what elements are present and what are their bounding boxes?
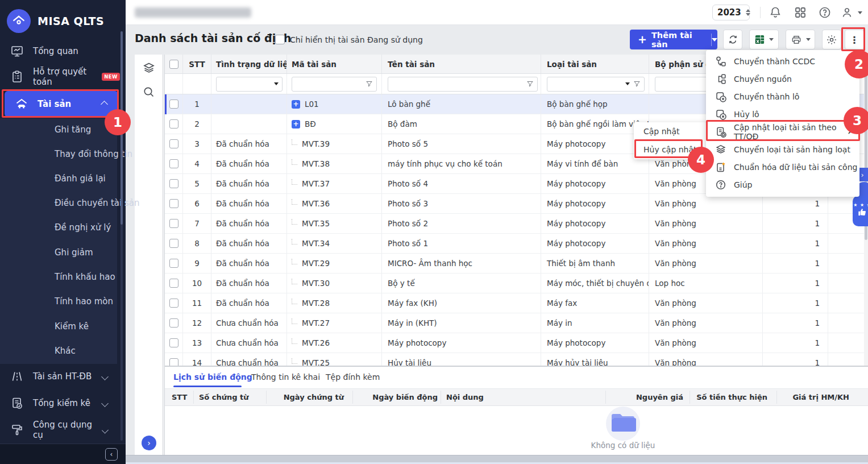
- clipboard-icon: [10, 70, 24, 84]
- funnel-icon: [633, 80, 641, 88]
- table-row[interactable]: 12Chưa chuẩn hóa MVT.27 Máy in (KHT)Máy …: [165, 313, 868, 333]
- col-stt[interactable]: STT: [183, 55, 211, 73]
- sidebar-subitem-de-nghi-xu-ly[interactable]: Đề nghị xử lý: [55, 219, 111, 236]
- print-button[interactable]: [786, 30, 815, 49]
- table-row[interactable]: 14Chưa chuẩn hóa MVT.25 Hủy tài liệuMáy …: [165, 353, 868, 367]
- layers-icon: [715, 144, 726, 155]
- menu-item-chuyen-thanh-lo[interactable]: Chuyển thành lô: [706, 88, 859, 105]
- export-excel-button[interactable]: [749, 30, 779, 49]
- sidebar-item-tai-san[interactable]: Tài sản: [5, 91, 118, 117]
- sidebar-subitem-khac[interactable]: Khác: [55, 342, 76, 359]
- tree-branch-icon: [292, 318, 297, 324]
- menu-item-giup[interactable]: Giúp: [706, 176, 859, 193]
- row-checkbox[interactable]: [169, 338, 178, 347]
- menu-item-chuyen-thanh-ccdc[interactable]: Chuyển thành CCDC: [706, 52, 859, 70]
- settings-button[interactable]: [822, 30, 841, 49]
- sidebar-subitem-tinh-khau-hao[interactable]: Tính khấu hao: [55, 268, 115, 285]
- chevron-down-icon: [769, 38, 774, 41]
- table-row[interactable]: 9Đã chuẩn hóa MVT.29 MICRO- Âm thanh học…: [165, 254, 868, 274]
- layers-icon[interactable]: [142, 61, 156, 75]
- type-filter-select[interactable]: [547, 77, 645, 92]
- menu-item-cap-nhat-loai-tai-san[interactable]: Cập nhật loại tài sản theo TT/QĐ ›: [706, 123, 859, 140]
- tab-lich-su-bien-dong[interactable]: Lịch sử biến động: [173, 372, 252, 382]
- col-loai-tai-san[interactable]: Loại tài sản: [541, 55, 649, 73]
- select-all-checkbox[interactable]: [169, 60, 178, 69]
- row-checkbox[interactable]: [169, 100, 178, 109]
- add-asset-button[interactable]: + Thêm tài sản: [630, 30, 717, 49]
- apps-grid-icon[interactable]: [794, 6, 807, 19]
- status-filter-select[interactable]: [216, 77, 283, 92]
- search-icon[interactable]: [142, 85, 156, 99]
- submenu-item-cap-nhat[interactable]: Cập nhật: [634, 122, 706, 140]
- row-checkbox[interactable]: [169, 259, 178, 268]
- printer-icon: [791, 34, 802, 45]
- help-icon[interactable]: [818, 6, 832, 19]
- sidebar-subitem-dieu-chuyen-tai-san[interactable]: Điều chuyển tài sản: [55, 194, 139, 212]
- user-account-icon[interactable]: [840, 6, 854, 19]
- notifications-bell-icon[interactable]: [769, 6, 782, 19]
- menu-item-chuyen-nguon[interactable]: Chuyển nguồn: [706, 70, 859, 88]
- row-checkbox[interactable]: [169, 199, 178, 208]
- page-title: Danh sách tài sản cố định: [135, 32, 291, 44]
- tab-tep-dinh-kem[interactable]: Tệp đính kèm: [326, 372, 380, 382]
- table-row[interactable]: 8Đã chuẩn hóa MVT.34 Photo số 1Máy photo…: [165, 234, 868, 254]
- add-asset-dropdown[interactable]: [712, 38, 717, 42]
- sidebar-subitem-tinh-hao-mon[interactable]: Tính hao mòn: [55, 293, 113, 310]
- tree-branch-icon: [292, 299, 297, 304]
- empty-state-text: Không có dữ liệu: [578, 441, 668, 450]
- row-checkbox[interactable]: [169, 119, 178, 129]
- feedback-rating-button[interactable]: ★ ★ ★: [853, 196, 868, 226]
- col-ten-tai-san[interactable]: Tên tài sản: [382, 55, 541, 73]
- year-selector[interactable]: 2023: [712, 5, 750, 20]
- menu-item-chuan-hoa-du-lieu[interactable]: Chuẩn hóa dữ liệu tài sản công: [706, 158, 859, 176]
- row-checkbox[interactable]: [169, 239, 178, 248]
- table-row[interactable]: 7Đã chuẩn hóa MVT.35 Photo số 2Máy photo…: [165, 214, 868, 234]
- expand-plus-icon[interactable]: +: [292, 100, 300, 109]
- row-checkbox[interactable]: [169, 219, 178, 228]
- tree-branch-icon: [292, 338, 297, 344]
- new-badge: NEW: [102, 73, 120, 81]
- expand-plus-icon[interactable]: +: [292, 120, 300, 129]
- sidebar-item-label: Hỗ trợ quyết toán: [33, 67, 92, 87]
- kebab-icon: ⋮: [850, 34, 859, 45]
- table-horizontal-scrollbar[interactable]: [165, 366, 868, 367]
- row-checkbox[interactable]: [169, 139, 178, 148]
- table-row[interactable]: 11Đã chuẩn hóa MVT.28 Máy fax (KH)Máy fa…: [165, 293, 868, 313]
- chevron-up-icon: [101, 101, 108, 108]
- sidebar-collapse-button[interactable]: ‹: [105, 448, 118, 461]
- sidebar-subitem-danh-gia-lai[interactable]: Đánh giá lại: [55, 170, 106, 187]
- table-row[interactable]: 6Đã chuẩn hóa MVT.36 Photo số 3Máy photo…: [165, 194, 868, 214]
- code-filter-input[interactable]: [292, 77, 377, 92]
- year-spinner[interactable]: [746, 9, 750, 16]
- thumbs-up-icon: [858, 208, 867, 219]
- sidebar-subitem-kiem-ke[interactable]: Kiểm kê: [55, 318, 89, 335]
- menu-item-huy-lo[interactable]: Hủy lô: [706, 105, 859, 123]
- tab-thong-tin-ke-khai[interactable]: Thông tin kê khai: [251, 372, 320, 382]
- sidebar-subitem-ghi-tang[interactable]: Ghi tăng: [55, 121, 91, 138]
- more-actions-button[interactable]: ⋮: [845, 30, 864, 49]
- expand-panel-button[interactable]: ›: [142, 436, 156, 450]
- sidebar-item-tai-san-ht-db[interactable]: Tài sản HT-ĐB: [0, 364, 120, 389]
- table-row[interactable]: 10Đã chuẩn hóa MVT.30 Bộ y tếMáy móc, th…: [165, 274, 868, 293]
- row-checkbox[interactable]: [169, 279, 178, 288]
- show-in-use-checkbox[interactable]: [275, 35, 285, 44]
- selected-row-indicator: [165, 94, 167, 114]
- sidebar-scrollbar[interactable]: [121, 31, 123, 441]
- table-row[interactable]: 13Chưa chuẩn hóa MVT.26 Máy photocopyMáy…: [165, 333, 868, 353]
- row-checkbox[interactable]: [169, 159, 178, 168]
- sidebar-item-ho-tro-quyet-toan[interactable]: Hỗ trợ quyết toán NEW: [0, 64, 120, 89]
- transfer-source-icon: [715, 73, 726, 85]
- sidebar-item-tong-quan[interactable]: Tổng quan: [0, 39, 120, 64]
- refresh-button[interactable]: [723, 30, 742, 49]
- user-menu-caret-icon[interactable]: [858, 11, 862, 14]
- name-filter-input[interactable]: [388, 77, 538, 92]
- sidebar-item-tong-kiem-ke[interactable]: Tổng kiểm kê: [0, 391, 120, 416]
- row-checkbox[interactable]: [169, 318, 178, 328]
- row-checkbox[interactable]: [169, 299, 178, 308]
- sidebar-item-cong-cu-dung-cu[interactable]: Công cụ dụng cụ: [0, 417, 120, 442]
- col-tinh-trang[interactable]: Tình trạng dữ liệu: [211, 55, 287, 73]
- sidebar-subitem-ghi-giam[interactable]: Ghi giảm: [55, 244, 93, 261]
- row-checkbox[interactable]: [169, 179, 178, 188]
- col-ma-tai-san[interactable]: Mã tài sản: [287, 55, 382, 73]
- menu-item-chuyen-loai-hang-loat[interactable]: Chuyển loại tài sản hàng loạt: [706, 140, 859, 158]
